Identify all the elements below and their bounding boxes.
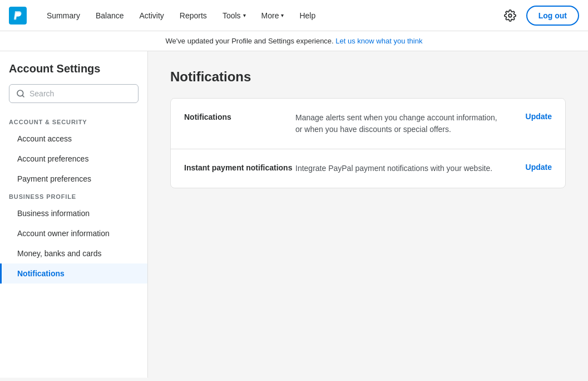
- sidebar-item-money-banks-cards[interactable]: Money, banks and cards: [0, 243, 147, 263]
- nav-more[interactable]: More ▾: [255, 7, 291, 25]
- svg-point-1: [508, 14, 512, 17]
- nav-summary[interactable]: Summary: [40, 7, 87, 25]
- section-label-account-security: Account & Security: [0, 114, 147, 129]
- notifications-action: Update: [518, 112, 552, 121]
- paypal-logo[interactable]: [9, 7, 27, 25]
- settings-button[interactable]: [501, 6, 520, 25]
- nav-help[interactable]: Help: [293, 7, 322, 25]
- section-label-business-profile: Business Profile: [0, 189, 147, 203]
- page-layout: Account Settings Account & Security Acco…: [0, 51, 588, 378]
- sidebar-item-notifications[interactable]: Notifications: [0, 263, 147, 284]
- sidebar: Account Settings Account & Security Acco…: [0, 51, 148, 378]
- sidebar-item-account-preferences[interactable]: Account preferences: [0, 149, 147, 169]
- banner-text: We've updated your Profile and Settings …: [166, 37, 334, 45]
- instant-payment-notifications-row: Instant payment notifications Integrate …: [171, 149, 565, 188]
- nav-actions: Log out: [501, 6, 579, 26]
- logout-button[interactable]: Log out: [526, 6, 579, 26]
- nav-reports[interactable]: Reports: [173, 7, 214, 25]
- page-title: Notifications: [170, 69, 566, 85]
- gear-icon: [504, 9, 516, 22]
- notifications-label: Notifications: [184, 112, 295, 123]
- search-icon: [16, 89, 25, 98]
- sidebar-item-payment-preferences[interactable]: Payment preferences: [0, 169, 147, 189]
- chevron-down-icon: ▾: [243, 12, 246, 18]
- nav-activity[interactable]: Activity: [133, 7, 171, 25]
- sidebar-item-account-access[interactable]: Account access: [0, 129, 147, 149]
- top-navigation: Summary Balance Activity Reports Tools ▾…: [0, 0, 588, 31]
- search-box[interactable]: [9, 84, 139, 103]
- sidebar-item-business-information[interactable]: Business information: [0, 203, 147, 223]
- banner-link[interactable]: Let us know what you think: [335, 37, 422, 45]
- svg-line-3: [22, 95, 24, 97]
- notifications-settings-card: Notifications Manage alerts sent when yo…: [170, 98, 566, 188]
- instant-payment-notifications-action: Update: [518, 163, 552, 172]
- nav-links: Summary Balance Activity Reports Tools ▾…: [40, 7, 501, 25]
- sidebar-title: Account Settings: [0, 62, 147, 84]
- notifications-description: Manage alerts sent when you change accou…: [295, 112, 505, 135]
- chevron-down-icon: ▾: [281, 12, 284, 18]
- notifications-update-link[interactable]: Update: [526, 112, 552, 121]
- update-banner: We've updated your Profile and Settings …: [0, 31, 588, 51]
- nav-balance[interactable]: Balance: [89, 7, 131, 25]
- main-content: Notifications Notifications Manage alert…: [148, 51, 588, 378]
- sidebar-item-account-owner-information[interactable]: Account owner information: [0, 223, 147, 243]
- search-input[interactable]: [29, 89, 131, 98]
- notifications-row: Notifications Manage alerts sent when yo…: [171, 99, 565, 149]
- instant-payment-notifications-label: Instant payment notifications: [184, 163, 295, 174]
- nav-tools[interactable]: Tools ▾: [216, 7, 253, 25]
- instant-payment-notifications-description: Integrate PayPal payment notifications w…: [295, 163, 505, 174]
- instant-payment-notifications-update-link[interactable]: Update: [526, 163, 552, 172]
